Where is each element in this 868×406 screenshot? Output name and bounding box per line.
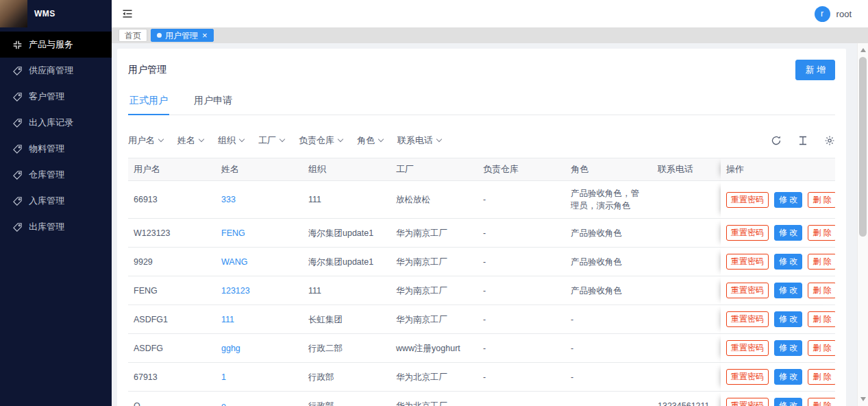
cell-org: 长虹集团 bbox=[303, 305, 390, 334]
user-name-link[interactable]: WANG bbox=[221, 257, 247, 267]
sidebar-item-5[interactable]: 仓库管理 bbox=[0, 162, 112, 188]
menu-collapse-icon[interactable] bbox=[121, 8, 134, 20]
add-user-button[interactable]: 新 增 bbox=[795, 60, 835, 80]
filter-dropdown-6[interactable]: 联系电话 bbox=[397, 134, 441, 147]
filter-label: 组织 bbox=[218, 134, 236, 147]
delete-button[interactable]: 删 除 bbox=[808, 283, 835, 298]
cell-username: Q bbox=[128, 392, 216, 406]
filter-dropdown-5[interactable]: 角色 bbox=[357, 134, 383, 147]
sidebar-item-label: 出入库记录 bbox=[29, 117, 73, 129]
sidebar-item-2[interactable]: 客户管理 bbox=[0, 84, 112, 110]
cell-warehouse: - bbox=[478, 248, 565, 276]
cell-phone bbox=[652, 276, 721, 305]
sidebar-item-0[interactable]: 产品与服务 bbox=[0, 32, 112, 58]
sidebar-item-4[interactable]: 物料管理 bbox=[0, 136, 112, 162]
column-header-6: 联系电话 bbox=[652, 158, 721, 181]
filter-dropdown-4[interactable]: 负责仓库 bbox=[299, 134, 343, 147]
cell-name: gghg bbox=[216, 334, 303, 363]
reset-password-button[interactable]: 重置密码 bbox=[726, 369, 769, 385]
reset-password-button[interactable]: 重置密码 bbox=[726, 340, 769, 356]
tag-icon bbox=[12, 92, 23, 102]
edit-button[interactable]: 修 改 bbox=[774, 254, 802, 270]
edit-button[interactable]: 修 改 bbox=[774, 398, 802, 406]
delete-button[interactable]: 删 除 bbox=[808, 398, 835, 406]
edit-button[interactable]: 修 改 bbox=[774, 369, 802, 385]
cell-factory: 放松放松 bbox=[390, 181, 478, 219]
cell-role: - bbox=[565, 305, 652, 334]
settings-gear-icon[interactable] bbox=[824, 135, 835, 146]
reset-password-button[interactable]: 重置密码 bbox=[726, 311, 769, 327]
refresh-icon[interactable] bbox=[771, 135, 782, 146]
cell-factory: 华为南京工厂 bbox=[390, 248, 478, 276]
edit-button[interactable]: 修 改 bbox=[774, 340, 802, 356]
delete-button[interactable]: 删 除 bbox=[808, 225, 835, 241]
column-height-icon[interactable] bbox=[797, 135, 808, 146]
edit-button[interactable]: 修 改 bbox=[774, 192, 802, 208]
delete-button[interactable]: 删 除 bbox=[808, 192, 835, 208]
chevron-down-icon bbox=[436, 136, 442, 142]
delete-button[interactable]: 删 除 bbox=[808, 369, 835, 385]
edit-button[interactable]: 修 改 bbox=[774, 225, 802, 241]
cell-phone bbox=[652, 305, 721, 334]
cell-name: 1 bbox=[216, 363, 303, 392]
tab-user-applications[interactable]: 用户申请 bbox=[193, 88, 234, 115]
nav-tab-0[interactable]: 首页 bbox=[119, 29, 147, 42]
user-name-link[interactable]: 1 bbox=[221, 372, 226, 382]
sidebar-item-6[interactable]: 入库管理 bbox=[0, 188, 112, 214]
table-row: 66913333111放松放松-产品验收角色，管理员，演示角色重置密码修 改删 … bbox=[128, 181, 835, 219]
reset-password-button[interactable]: 重置密码 bbox=[726, 283, 769, 298]
logo-avatar-image bbox=[0, 0, 27, 27]
sidebar-item-label: 供应商管理 bbox=[29, 64, 73, 77]
main-content: 用户管理 新 增 正式用户用户申请 用户名姓名组织工厂负责仓库角色联系电话 bbox=[112, 43, 852, 406]
tag-icon bbox=[12, 196, 23, 206]
cell-username: 67913 bbox=[128, 363, 216, 392]
reset-password-button[interactable]: 重置密码 bbox=[726, 225, 769, 241]
user-name-link[interactable]: gghg bbox=[221, 344, 240, 353]
cell-org: 海尔集团update1 bbox=[303, 248, 390, 276]
sidebar-item-1[interactable]: 供应商管理 bbox=[0, 58, 112, 84]
user-menu[interactable]: r root bbox=[815, 6, 852, 22]
cell-role: - bbox=[565, 363, 652, 392]
filter-dropdown-2[interactable]: 组织 bbox=[218, 134, 244, 147]
scroll-up-arrow[interactable] bbox=[860, 48, 866, 52]
edit-button[interactable]: 修 改 bbox=[774, 311, 802, 327]
chevron-down-icon bbox=[338, 136, 343, 142]
vertical-scrollbar[interactable] bbox=[857, 43, 868, 406]
reset-password-button[interactable]: 重置密码 bbox=[726, 192, 769, 208]
user-name-link[interactable]: e bbox=[221, 401, 226, 406]
edit-button[interactable]: 修 改 bbox=[774, 283, 802, 298]
row-actions: 重置密码修 改删 除 bbox=[721, 363, 835, 392]
delete-button[interactable]: 删 除 bbox=[808, 254, 835, 270]
reset-password-button[interactable]: 重置密码 bbox=[726, 254, 769, 270]
compress-icon bbox=[12, 40, 23, 50]
user-name-link[interactable]: FENG bbox=[221, 228, 245, 238]
user-name-link[interactable]: 333 bbox=[221, 195, 236, 204]
delete-button[interactable]: 删 除 bbox=[808, 311, 835, 327]
row-actions: 重置密码修 改删 除 bbox=[721, 276, 835, 305]
filter-dropdown-3[interactable]: 工厂 bbox=[258, 134, 284, 147]
column-header-3: 工厂 bbox=[390, 158, 478, 181]
sidebar-item-label: 入库管理 bbox=[29, 195, 64, 207]
user-name-link[interactable]: 123123 bbox=[221, 286, 250, 296]
filter-label: 用户名 bbox=[128, 134, 155, 147]
cell-warehouse: - bbox=[478, 305, 565, 334]
cell-org: 海尔集团update1 bbox=[303, 219, 390, 248]
table-row: ASDFG1111长虹集团华为南京工厂--重置密码修 改删 除 bbox=[128, 305, 835, 334]
top-bar: r root bbox=[112, 0, 868, 27]
user-name-link[interactable]: 111 bbox=[221, 315, 234, 324]
user-name: root bbox=[836, 9, 852, 19]
scrollbar-thumb[interactable] bbox=[859, 57, 867, 237]
delete-button[interactable]: 删 除 bbox=[808, 340, 835, 356]
filter-dropdown-0[interactable]: 用户名 bbox=[128, 134, 163, 147]
filter-dropdown-1[interactable]: 姓名 bbox=[177, 134, 203, 147]
nav-tab-1[interactable]: 用户管理× bbox=[151, 29, 214, 42]
tab-formal-users[interactable]: 正式用户 bbox=[128, 88, 169, 115]
sidebar-item-7[interactable]: 出库管理 bbox=[0, 214, 112, 240]
reset-password-button[interactable]: 重置密码 bbox=[726, 398, 769, 406]
close-tab-icon[interactable]: × bbox=[202, 31, 208, 40]
cell-role: 产品验收角色 bbox=[565, 276, 652, 305]
sidebar-item-label: 物料管理 bbox=[29, 143, 64, 155]
column-header-2: 组织 bbox=[303, 158, 390, 181]
sidebar-item-3[interactable]: 出入库记录 bbox=[0, 110, 112, 136]
scroll-down-arrow[interactable] bbox=[860, 397, 866, 401]
